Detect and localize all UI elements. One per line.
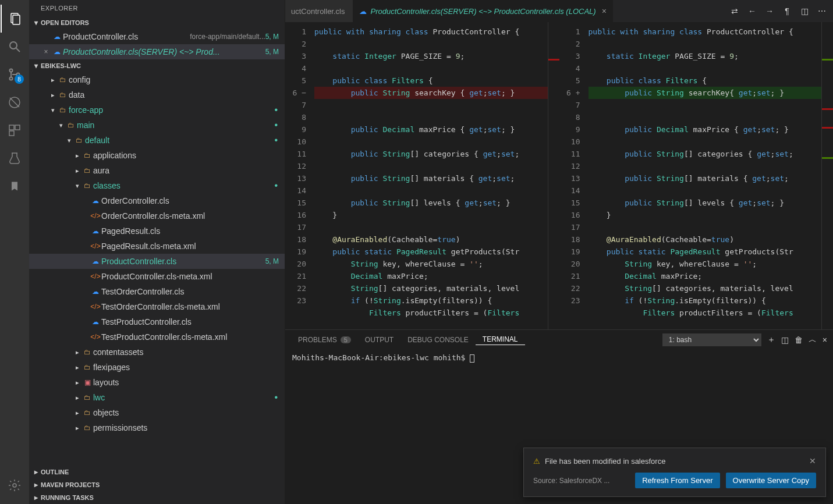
source-control-icon[interactable]: 8 [1,61,29,88]
notification-toast: ⚠ File has been modified in salesforce ✕… [523,448,826,497]
warning-icon: ⚠ [533,457,540,466]
twistie-icon: ▾ [49,107,57,114]
tree-item[interactable]: ▸🗀objects [29,405,285,420]
editor-item-status: 5, M [265,33,285,41]
cloud-icon: ☁ [90,227,101,235]
tree-item-label: PagedResult.cls [101,226,285,236]
tree-item[interactable]: </>TestOrderController.cls-meta.xml [29,299,285,314]
explorer-icon[interactable] [1,5,29,33]
split-terminal-icon[interactable]: ◫ [781,335,789,345]
sidebar-title: EXPLORER [29,0,285,16]
tree-item[interactable]: ▸▣layouts [29,375,285,390]
tree-item[interactable]: ▸🗀lwc• [29,390,285,405]
tree-item[interactable]: ☁OrderController.cls [29,193,285,208]
outline-header[interactable]: ▸ OUTLINE [29,466,285,478]
tree-item-label: TestProductController.cls [101,317,285,326]
tree-item[interactable]: </>TestProductController.cls-meta.xml [29,329,285,345]
minimap[interactable] [821,22,833,329]
tab-debug-console[interactable]: DEBUG CONSOLE [400,336,476,344]
workspace-header[interactable]: ▾ EBIKES-LWC [29,59,285,72]
compare-icon[interactable]: ⇄ [726,6,743,16]
twistie-icon: ▸ [73,409,81,417]
xml-icon: </> [90,212,101,220]
next-change-icon[interactable]: → [761,6,778,16]
minimap[interactable] [548,22,559,329]
tree-item[interactable]: </>PagedResult.cls-meta.xml [29,239,285,254]
tree-item[interactable]: ▸🗀permissionsets [29,420,285,435]
cloud-icon: ☁ [51,33,63,41]
tree-item-label: TestOrderController.cls [101,287,285,296]
tab-problems[interactable]: PROBLEMS 5 [291,336,358,344]
tab-terminal[interactable]: TERMINAL [476,335,525,345]
code-view[interactable]: public with sharing class ProductControl… [589,22,822,329]
tab-productcontroller[interactable]: uctController.cls [285,0,353,22]
tree-item[interactable]: ☁TestProductController.cls [29,314,285,329]
file-tree: ▸🗀config▸🗀data▾🗀force-app•▾🗀main•▾🗀defau… [29,72,285,466]
tree-item[interactable]: ▾🗀classes• [29,178,285,193]
more-icon[interactable]: ⋯ [813,6,831,16]
tree-item[interactable]: ☁ProductController.cls5, M [29,254,285,269]
open-editors-list: ☁ProductController.clsforce-app/main/def… [29,29,285,59]
open-editors-header[interactable]: ▾ OPEN EDITORS [29,16,285,29]
diff-right-pane[interactable]: 123456 +7891011121314151617181920212223 … [559,22,834,329]
tree-item[interactable]: </>OrderController.cls-meta.xml [29,208,285,223]
close-icon[interactable]: × [41,48,51,56]
tree-item-label: main [77,120,274,130]
tree-item[interactable]: ▾🗀default• [29,133,285,148]
close-icon[interactable]: ✕ [809,456,816,466]
tree-item[interactable]: ☁TestOrderController.cls [29,284,285,299]
running-tasks-header[interactable]: ▸ RUNNING TASKS [29,491,285,504]
tree-item[interactable]: ▸🗀contentassets [29,345,285,360]
terminal-prompt: Mohiths-MacBook-Air:ebikes-lwc mohith$ [292,353,470,362]
tree-item-label: default [85,136,274,145]
settings-gear-icon[interactable] [1,471,29,499]
tree-item[interactable]: ▸🗀config [29,72,285,87]
test-icon[interactable] [1,144,29,172]
open-editor-item[interactable]: ×☁ProductController.cls(SERVER) <~> Prod… [29,44,285,59]
cloud-icon: ☁ [359,7,367,16]
terminal-shell-select[interactable]: 1: bash [662,333,761,346]
folder-icon: 🗀 [73,136,85,144]
code-view[interactable]: public with sharing class ProductControl… [314,22,548,329]
cloud-icon: ☁ [51,48,63,56]
debug-icon[interactable] [1,88,29,116]
prev-change-icon[interactable]: ← [743,6,761,16]
tab-diff[interactable]: ☁ ProductController.cls(SERVER) <~> Prod… [353,0,612,22]
overwrite-server-copy-button[interactable]: Overwrite Server Copy [726,473,816,488]
tree-item[interactable]: ▾🗀force-app• [29,102,285,118]
tab-output[interactable]: OUTPUT [358,336,400,344]
xml-icon: </> [90,242,101,250]
svg-line-3 [16,48,20,52]
extensions-icon[interactable] [1,116,29,144]
folder-icon: 🗀 [81,409,93,417]
split-editor-icon[interactable]: ◫ [796,6,813,16]
search-icon[interactable] [1,33,29,61]
maximize-panel-icon[interactable]: ︿ [809,335,817,345]
trash-icon[interactable]: 🗑 [795,335,803,345]
new-terminal-icon[interactable]: ＋ [767,335,775,345]
tree-item-label: config [69,75,285,84]
tree-item[interactable]: ☁PagedResult.cls [29,223,285,239]
tree-item[interactable]: ▸🗀aura [29,163,285,178]
maven-header[interactable]: ▸ MAVEN PROJECTS [29,478,285,491]
diff-left-pane[interactable]: 123456 −7891011121314151617181920212223 … [285,22,559,329]
modified-dot-icon: • [274,105,278,115]
folder-icon: 🗀 [81,424,93,432]
close-panel-icon[interactable]: × [823,335,827,345]
tree-item[interactable]: ▸🗀flexipages [29,360,285,375]
tree-item-label: ProductController.cls [101,257,265,266]
open-editor-item[interactable]: ☁ProductController.clsforce-app/main/def… [29,29,285,44]
tree-item[interactable]: </>ProductController.cls-meta.xml [29,269,285,284]
refresh-from-server-button[interactable]: Refresh From Server [635,473,719,488]
chevron-right-icon: ▸ [31,481,41,489]
tree-item-label: aura [93,166,285,175]
tree-item[interactable]: ▸🗀data [29,87,285,102]
close-icon[interactable]: × [602,6,607,16]
activity-bar: 8 [0,0,29,504]
tree-item[interactable]: ▸🗀applications [29,148,285,163]
bookmark-icon[interactable] [1,172,29,200]
svg-rect-10 [9,131,14,136]
tree-item[interactable]: ▾🗀main• [29,118,285,133]
whitespace-icon[interactable]: ¶ [778,6,796,16]
twistie-icon: ▸ [73,364,81,371]
